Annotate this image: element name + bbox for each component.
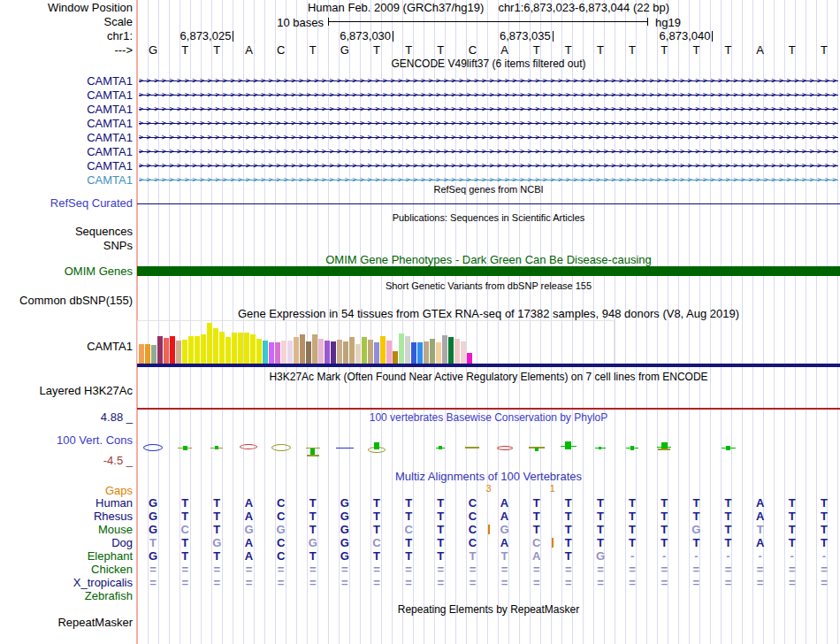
- gtex-bar[interactable]: [201, 334, 206, 364]
- gene-label[interactable]: CAMTA1: [0, 75, 133, 87]
- gtex-bar[interactable]: [244, 333, 249, 364]
- gtex-bar[interactable]: [442, 335, 447, 364]
- gtex-bar[interactable]: [157, 336, 163, 364]
- gtex-bar[interactable]: [207, 323, 212, 364]
- repeatmasker-track-title[interactable]: Repeating Elements by RepeatMasker: [137, 604, 840, 616]
- gtex-bar[interactable]: [281, 341, 286, 364]
- gtex-bar[interactable]: [355, 344, 361, 364]
- gene-label[interactable]: CAMTA1: [0, 160, 133, 172]
- gtex-bar[interactable]: [151, 345, 157, 364]
- gtex-bar[interactable]: [448, 337, 454, 364]
- gene-label[interactable]: CAMTA1: [0, 89, 133, 101]
- gtex-bar[interactable]: [417, 342, 423, 364]
- gtex-bar[interactable]: [225, 337, 231, 364]
- gene-label[interactable]: CAMTA1: [0, 118, 133, 129]
- species-label[interactable]: Elephant: [0, 550, 133, 562]
- gtex-bar[interactable]: [188, 336, 194, 364]
- multiz-gaps-label[interactable]: Gaps: [0, 485, 133, 496]
- publications-sequences-label[interactable]: Sequences: [0, 226, 133, 237]
- gene-label[interactable]: CAMTA1: [0, 146, 133, 157]
- gtex-bar[interactable]: [318, 339, 324, 364]
- gtex-bar[interactable]: [349, 337, 355, 364]
- gtex-bar[interactable]: [176, 341, 181, 364]
- gtex-bar[interactable]: [405, 336, 410, 364]
- gtex-bar[interactable]: [331, 341, 336, 364]
- gtex-gene-label[interactable]: CAMTA1: [0, 341, 133, 352]
- omim-genes-label[interactable]: OMIM Genes: [0, 265, 133, 277]
- gtex-bar[interactable]: [411, 342, 416, 364]
- gene-transcript[interactable]: >>>>>>>>>>>>>>>>>>>>>>>>>>>>>>>>>>>>>>>>…: [139, 175, 838, 185]
- refseq-curated-label[interactable]: RefSeq Curated: [0, 197, 133, 209]
- gtex-bar[interactable]: [170, 336, 175, 364]
- gtex-bar[interactable]: [430, 339, 435, 364]
- species-label[interactable]: Zebrafish: [0, 590, 133, 602]
- dbsnp-track-title[interactable]: Short Genetic Variants from dbSNP releas…: [137, 280, 840, 292]
- gtex-bar[interactable]: [275, 342, 280, 364]
- publications-snps-label[interactable]: SNPs: [0, 240, 133, 251]
- gtex-bar[interactable]: [195, 336, 200, 364]
- gtex-bar[interactable]: [145, 344, 150, 364]
- gtex-bar[interactable]: [250, 334, 256, 364]
- species-label[interactable]: X_tropicalis: [0, 577, 133, 588]
- gtex-bar[interactable]: [256, 339, 262, 364]
- gtex-bar[interactable]: [263, 341, 268, 364]
- conservation-label[interactable]: 100 Vert. Cons: [0, 434, 133, 446]
- species-label[interactable]: Mouse: [0, 524, 133, 535]
- gtex-bar[interactable]: [294, 337, 299, 364]
- layered-h3k27ac-label[interactable]: Layered H3K27Ac: [0, 385, 133, 396]
- gtex-bar[interactable]: [436, 342, 441, 364]
- gtex-bar[interactable]: [182, 340, 187, 364]
- repeatmasker-label[interactable]: RepeatMasker: [0, 617, 133, 628]
- gtex-bar[interactable]: [164, 338, 169, 364]
- gtex-bar[interactable]: [139, 344, 144, 364]
- gtex-bar[interactable]: [287, 341, 293, 364]
- multiz-track-title[interactable]: Multiz Alignments of 100 Vertebrates: [137, 471, 840, 482]
- species-label[interactable]: Human: [0, 497, 133, 509]
- gene-transcript[interactable]: >>>>>>>>>>>>>>>>>>>>>>>>>>>>>>>>>>>>>>>>…: [139, 147, 838, 157]
- gtex-bar[interactable]: [312, 334, 317, 364]
- gtex-bar[interactable]: [374, 342, 379, 364]
- gtex-bar[interactable]: [467, 353, 472, 364]
- gene-label[interactable]: CAMTA1: [0, 174, 133, 186]
- gene-label[interactable]: CAMTA1: [0, 104, 133, 115]
- gtex-bar[interactable]: [232, 333, 237, 364]
- gtex-bar[interactable]: [213, 328, 218, 364]
- conservation-track-title[interactable]: 100 vertebrates Basewise Conservation by…: [137, 412, 840, 424]
- gtex-bar[interactable]: [269, 342, 274, 364]
- gtex-bar[interactable]: [386, 341, 392, 364]
- publications-track-title[interactable]: Publications: Sequences in Scientific Ar…: [137, 212, 840, 224]
- species-label[interactable]: Chicken: [0, 564, 133, 575]
- gtex-bar[interactable]: [362, 337, 367, 364]
- gtex-bar[interactable]: [343, 341, 348, 364]
- gene-transcript[interactable]: >>>>>>>>>>>>>>>>>>>>>>>>>>>>>>>>>>>>>>>>…: [139, 133, 838, 142]
- gtex-bar[interactable]: [380, 336, 386, 364]
- gene-transcript[interactable]: >>>>>>>>>>>>>>>>>>>>>>>>>>>>>>>>>>>>>>>>…: [139, 161, 838, 171]
- refseq-curated-line[interactable]: [137, 203, 840, 204]
- h3k27ac-track-title[interactable]: H3K27Ac Mark (Often Found Near Active Re…: [137, 372, 840, 383]
- gtex-bar[interactable]: [238, 333, 243, 364]
- omim-gene-bar[interactable]: [137, 266, 840, 276]
- refseq-track-title[interactable]: RefSeq genes from NCBI: [137, 184, 840, 196]
- gene-transcript[interactable]: >>>>>>>>>>>>>>>>>>>>>>>>>>>>>>>>>>>>>>>>…: [139, 104, 838, 114]
- gene-transcript[interactable]: >>>>>>>>>>>>>>>>>>>>>>>>>>>>>>>>>>>>>>>>…: [139, 76, 838, 86]
- gtex-bar[interactable]: [368, 340, 373, 364]
- gtex-bar[interactable]: [337, 340, 342, 364]
- gtex-bar[interactable]: [306, 341, 311, 364]
- gtex-bar[interactable]: [219, 332, 225, 364]
- gtex-track-title[interactable]: Gene Expression in 54 tissues from GTEx …: [137, 308, 840, 319]
- species-label[interactable]: Dog: [0, 537, 133, 548]
- gene-label[interactable]: CAMTA1: [0, 132, 133, 143]
- gene-transcript[interactable]: >>>>>>>>>>>>>>>>>>>>>>>>>>>>>>>>>>>>>>>>…: [139, 90, 838, 100]
- gtex-bar[interactable]: [399, 334, 404, 364]
- species-label[interactable]: Rhesus: [0, 510, 133, 522]
- gtex-bar[interactable]: [424, 341, 429, 364]
- gtex-bar[interactable]: [461, 341, 466, 364]
- gtex-bar[interactable]: [300, 334, 305, 364]
- gene-transcript[interactable]: >>>>>>>>>>>>>>>>>>>>>>>>>>>>>>>>>>>>>>>>…: [139, 119, 838, 128]
- gencode-track-title[interactable]: GENCODE V49lift37 (6 items filtered out): [137, 58, 840, 70]
- common-dbsnp-label[interactable]: Common dbSNP(155): [0, 295, 133, 306]
- gtex-bar[interactable]: [393, 351, 398, 364]
- gtex-bar[interactable]: [325, 341, 330, 364]
- omim-track-title[interactable]: OMIM Gene Phenotypes - Dark Green Can Be…: [137, 254, 840, 265]
- gtex-bar[interactable]: [454, 339, 460, 364]
